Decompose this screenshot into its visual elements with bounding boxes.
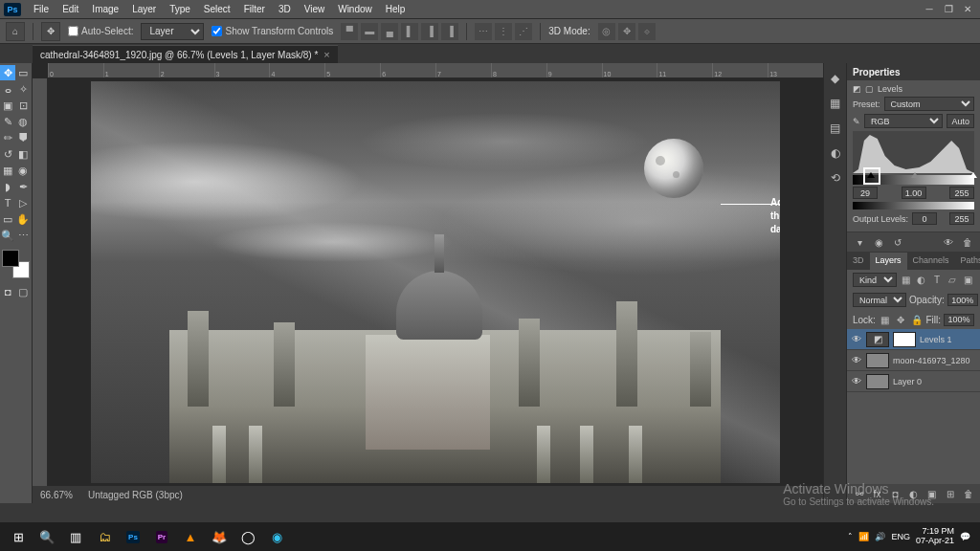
menu-image[interactable]: Image [85, 0, 125, 19]
lock-pixels-icon[interactable]: ▦ [879, 313, 892, 326]
layer-thumb[interactable] [866, 374, 889, 389]
layer-thumb[interactable] [866, 353, 889, 368]
file-explorer-icon[interactable]: 🗂 [90, 522, 119, 551]
lock-position-icon[interactable]: ✥ [894, 313, 907, 326]
move-tool[interactable]: ✥ [0, 65, 15, 80]
layer-thumb[interactable]: ◩ [866, 332, 889, 347]
firefox-icon[interactable]: 🦊 [205, 522, 234, 551]
blur-tool[interactable]: ◉ [15, 163, 31, 178]
dist-icon[interactable]: ⋰ [515, 23, 532, 40]
start-button[interactable]: ⊞ [4, 522, 33, 551]
notifications-icon[interactable]: 💬 [960, 532, 970, 541]
crop-tool[interactable]: ▣ [0, 98, 15, 113]
path-tool[interactable]: ▷ [15, 195, 31, 210]
visibility-toggle-icon[interactable]: 👁 [851, 376, 862, 386]
pen-tool[interactable]: ✒ [15, 179, 31, 194]
menu-type[interactable]: Type [163, 0, 197, 19]
eyedropper-tool[interactable]: ✎ [0, 114, 15, 129]
eraser-tool[interactable]: ◧ [15, 146, 31, 162]
menu-file[interactable]: File [27, 0, 56, 19]
lasso-tool[interactable]: ⴰ [0, 81, 15, 97]
adjustments-panel-icon[interactable]: ◐ [828, 145, 843, 161]
tray-language-icon[interactable]: ENG [891, 532, 910, 541]
move-tool-icon[interactable]: ✥ [41, 22, 60, 41]
window-restore-icon[interactable]: ❐ [940, 4, 957, 15]
input-mid-value[interactable] [902, 187, 926, 199]
filter-pixel-icon[interactable]: ▦ [900, 274, 912, 287]
layer-row[interactable]: 👁 ◩ Levels 1 [847, 329, 980, 350]
auto-select-type[interactable]: Layer [141, 23, 204, 40]
tab-3d[interactable]: 3D [847, 253, 870, 270]
pan-icon[interactable]: ✥ [618, 23, 635, 40]
output-low-value[interactable] [912, 212, 937, 225]
search-icon[interactable]: 🔍 [33, 522, 61, 551]
document-tab[interactable]: cathedral-3464891_1920.jpg @ 66.7% (Leve… [33, 45, 338, 63]
input-levels-slider[interactable] [853, 175, 974, 185]
edge-icon[interactable]: ◉ [262, 522, 291, 551]
shadow-slider[interactable] [867, 172, 875, 178]
gradient-tool[interactable]: ▦ [0, 163, 15, 178]
menu-select[interactable]: Select [197, 0, 237, 19]
eyedropper-set-icon[interactable]: ✎ [853, 117, 860, 126]
histogram[interactable] [853, 131, 974, 173]
auto-button[interactable]: Auto [947, 114, 974, 128]
tab-channels[interactable]: Channels [907, 253, 955, 270]
layer-row[interactable]: 👁 Layer 0 [847, 371, 980, 392]
libraries-panel-icon[interactable]: ▤ [828, 121, 843, 136]
auto-select-checkbox[interactable]: Auto-Select: [68, 26, 133, 36]
filter-adj-icon[interactable]: ◐ [915, 274, 927, 287]
menu-view[interactable]: View [298, 0, 332, 19]
task-view-icon[interactable]: ▥ [61, 522, 90, 551]
new-layer-icon[interactable]: ⊞ [944, 487, 956, 500]
layer-filter[interactable]: Kind [853, 273, 897, 287]
vlc-icon[interactable]: ▲ [176, 522, 205, 551]
status-zoom[interactable]: 66.67% [40, 490, 73, 500]
tray-wifi-icon[interactable]: 📶 [858, 532, 869, 541]
visibility-icon[interactable]: 👁 [942, 235, 955, 249]
properties-header[interactable]: Properties [847, 63, 980, 80]
swatches-panel-icon[interactable]: ▦ [828, 96, 843, 111]
window-close-icon[interactable]: ✕ [959, 4, 976, 15]
magic-wand-tool[interactable]: ✧ [15, 81, 31, 97]
align-left-icon[interactable]: ▌ [401, 23, 418, 40]
layer-row[interactable]: 👁 moon-416973_1280 [847, 350, 980, 371]
layer-name[interactable]: Layer 0 [893, 377, 922, 386]
canvas-image[interactable]: Adjust the Shadows to make the dark part… [91, 81, 780, 483]
history-brush-tool[interactable]: ↺ [0, 146, 15, 162]
visibility-toggle-icon[interactable]: 👁 [851, 334, 862, 344]
stamp-tool[interactable]: ⛊ [15, 130, 31, 145]
output-high-value[interactable] [949, 212, 974, 225]
menu-3d[interactable]: 3D [272, 0, 298, 19]
foreground-swatch[interactable] [2, 250, 19, 267]
menu-edit[interactable]: Edit [56, 0, 85, 19]
input-high-value[interactable] [949, 187, 974, 199]
delete-layer-icon[interactable]: 🗑 [962, 487, 974, 500]
chrome-icon[interactable]: ◯ [234, 522, 262, 551]
align-hmid-icon[interactable]: ▐ [421, 23, 438, 40]
home-icon[interactable]: ⌂ [6, 22, 25, 41]
filter-type-icon[interactable]: T [930, 274, 943, 287]
menu-window[interactable]: Window [331, 0, 379, 19]
lock-all-icon[interactable]: 🔒 [910, 313, 924, 326]
layer-mask-thumb[interactable] [893, 332, 916, 347]
dolly-icon[interactable]: ⟐ [638, 23, 656, 40]
photoshop-taskbar-icon[interactable]: Ps [119, 522, 147, 551]
frame-tool[interactable]: ⊡ [15, 98, 31, 113]
align-vmid-icon[interactable]: ▬ [361, 23, 378, 40]
marquee-tool[interactable]: ▭ [15, 65, 31, 80]
taskbar-clock[interactable]: 7:19 PM 07-Apr-21 [916, 527, 954, 546]
input-shadow-value[interactable] [853, 187, 878, 199]
output-levels-slider[interactable] [853, 202, 974, 209]
visibility-toggle-icon[interactable]: 👁 [851, 355, 862, 365]
filter-shape-icon[interactable]: ▱ [947, 274, 959, 287]
quick-mask-icon[interactable]: ◘ [0, 284, 15, 299]
layer-name[interactable]: Levels 1 [920, 335, 952, 344]
layer-name[interactable]: moon-416973_1280 [893, 356, 970, 365]
preset-select[interactable]: Custom [884, 97, 974, 111]
channel-select[interactable]: RGB [864, 114, 943, 128]
status-info[interactable]: Untagged RGB (3bpc) [88, 490, 183, 500]
clip-layer-icon[interactable]: ▾ [853, 235, 866, 249]
shape-tool[interactable]: ▭ [0, 211, 15, 227]
history-panel-icon[interactable]: ⟲ [828, 170, 843, 186]
brush-tool[interactable]: ✏ [0, 130, 15, 145]
